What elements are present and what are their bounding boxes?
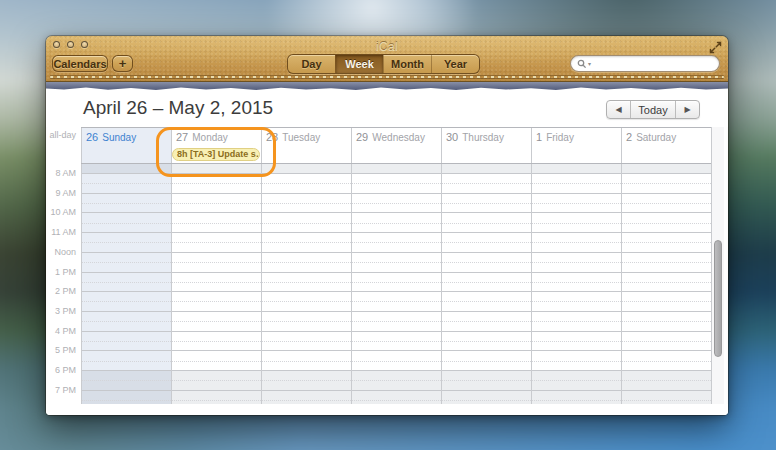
day-header-thursday[interactable]: 30Thursday [441,128,531,163]
window-title: iCal [46,40,728,54]
tab-week[interactable]: Week [335,55,383,73]
scrollbar-thumb[interactable] [714,240,722,357]
time-label: 6 PM [46,365,76,375]
fullscreen-button[interactable] [709,40,722,53]
time-label: 3 PM [46,306,76,316]
hour-row [81,212,711,232]
search-input[interactable]: ▾ [570,55,720,72]
time-label: 9 AM [46,188,76,198]
calendars-button[interactable]: Calendars [52,55,108,72]
expand-arrows-icon [709,41,722,54]
all-day-label: all-day [46,130,76,140]
time-label: 2 PM [46,286,76,296]
time-label: 10 AM [46,207,76,217]
time-label: 4 PM [46,326,76,336]
hour-row [81,291,711,311]
time-label: 7 PM [46,385,76,395]
tab-month[interactable]: Month [383,55,431,73]
all-day-event[interactable]: 8h [TA-3] Update s… [172,148,260,161]
non-working-hours-shade [81,163,711,173]
column-divider [171,127,172,404]
stitching-decor [50,76,724,78]
hour-row [81,350,711,370]
search-icon [577,59,587,69]
time-label: 5 PM [46,345,76,355]
column-divider [621,127,622,404]
hour-row [81,173,711,193]
ical-window: iCal Calendars + Day Week Month Year ▾ [46,36,728,415]
hour-row [81,232,711,252]
day-header-friday[interactable]: 1Friday [531,128,621,163]
hour-row [81,193,711,213]
day-header-wednesday[interactable]: 29Wednesday [351,128,441,163]
time-label: 8 AM [46,168,76,178]
column-divider [441,127,442,404]
time-label: 1 PM [46,267,76,277]
search-scope-chevron-icon: ▾ [588,61,591,67]
day-header-saturday[interactable]: 2Saturday [621,128,711,163]
column-divider [531,127,532,404]
column-divider [351,127,352,404]
view-switcher: Day Week Month Year [287,54,480,74]
calendar-content: April 26 – May 2, 2015 ◀ Today ▶ [46,92,728,415]
tab-year[interactable]: Year [431,55,479,73]
week-grid: all-day 26Sunday 27Monday 28Tuesday 29We… [46,92,728,415]
time-label: Noon [46,247,76,257]
column-divider [261,127,262,404]
time-label: 11 AM [46,227,76,237]
day-header-sunday[interactable]: 26Sunday [81,128,171,163]
torn-paper-edge [46,82,728,92]
day-header-tuesday[interactable]: 28Tuesday [261,128,351,163]
column-divider [81,127,82,404]
hour-row [81,311,711,331]
desktop: iCal Calendars + Day Week Month Year ▾ [0,0,776,450]
hour-row [81,370,711,390]
header-bottom-border [81,163,724,164]
tab-day[interactable]: Day [288,55,335,73]
leather-toolbar: iCal Calendars + Day Week Month Year ▾ [46,36,728,82]
hour-row [81,331,711,351]
hour-row [81,252,711,272]
grid-bottom-cut [46,404,728,415]
scrollbar-track[interactable] [711,127,724,404]
hour-row [81,272,711,292]
add-calendar-button[interactable]: + [112,55,133,72]
